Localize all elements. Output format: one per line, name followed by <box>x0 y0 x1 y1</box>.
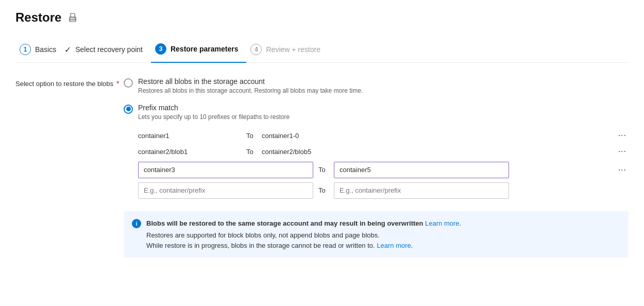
info-box: i Blobs will be restored to the same sto… <box>124 211 629 258</box>
prefix-static-row-1: container1 To container1-0 ··· <box>138 130 629 142</box>
radio-option-prefix-match[interactable]: Prefix match Lets you specify up to 10 p… <box>124 104 629 122</box>
row2-menu[interactable]: ··· <box>616 147 629 156</box>
step1-circle: 1 <box>20 44 31 55</box>
step-basics[interactable]: 1 Basics <box>15 38 64 62</box>
step3-label: Restore parameters <box>171 45 239 53</box>
radio-option-all-blobs[interactable]: Restore all blobs in the storage account… <box>124 77 629 95</box>
prefix-static-row-2: container2/blob1 To container2/blob5 ··· <box>138 146 629 158</box>
step-select-recovery[interactable]: Select recovery point <box>71 39 151 61</box>
info-line1-before: Blobs will be restored to the same stora… <box>146 219 423 227</box>
prefix-to-input-3[interactable] <box>334 162 509 178</box>
prefix-from-input-4[interactable] <box>138 182 313 199</box>
required-star: * <box>114 79 119 88</box>
field-label: Select option to restore the blobs <box>15 80 113 88</box>
step-restore-params[interactable]: 3 Restore parameters <box>151 37 247 63</box>
radio-prefix-match[interactable] <box>124 105 133 114</box>
info-line2: Restores are supported for block blobs o… <box>146 230 461 241</box>
prefix-table: container1 To container1-0 ··· container… <box>138 130 629 199</box>
step-review-restore[interactable]: 4 Review + restore <box>246 38 328 62</box>
radio-all-blobs-text: Restore all blobs in the storage account… <box>138 77 363 95</box>
info-icon: i <box>132 219 141 228</box>
row1-menu[interactable]: ··· <box>616 131 629 140</box>
page-title: Restore <box>15 10 61 25</box>
step2-label: Select recovery point <box>75 45 143 54</box>
prefix-to-2: container2/blob5 <box>262 148 311 156</box>
page-header: Restore <box>15 10 629 25</box>
step3-circle: 3 <box>155 43 166 55</box>
info-learn-more-1[interactable]: Learn more <box>425 219 459 227</box>
prefix-input-row-3: To ··· <box>138 162 629 178</box>
wizard-steps: 1 Basics ✓ Select recovery point 3 Resto… <box>15 37 629 63</box>
content-area: Select option to restore the blobs * Res… <box>15 77 629 258</box>
row3-menu[interactable]: ··· <box>616 165 629 175</box>
print-icon[interactable] <box>67 12 78 23</box>
info-line3-after: . <box>411 242 413 249</box>
info-line1-after: . <box>460 219 462 227</box>
step4-label: Review + restore <box>266 45 320 54</box>
prefix-match-desc: Lets you specify up to 10 prefixes or fi… <box>138 113 290 122</box>
prefix-from-2: container2/blob1 <box>138 146 241 158</box>
all-blobs-desc: Restores all blobs in this storage accou… <box>138 87 363 95</box>
step4-circle: 4 <box>250 44 262 55</box>
to-label-4: To <box>318 186 329 194</box>
step1-label: Basics <box>35 45 56 54</box>
prefix-to-input-4[interactable] <box>334 182 509 199</box>
prefix-from-input-3[interactable] <box>138 162 313 178</box>
all-blobs-title: Restore all blobs in the storage account <box>138 77 363 86</box>
radio-prefix-match-text: Prefix match Lets you specify up to 10 p… <box>138 104 290 122</box>
svg-point-2 <box>75 18 76 19</box>
prefix-input-row-4: To <box>138 182 629 199</box>
to-label-1: To <box>246 132 257 140</box>
step-check-icon: ✓ <box>64 45 71 55</box>
info-text: Blobs will be restored to the same stora… <box>146 218 461 251</box>
prefix-from-1: container1 <box>138 130 241 142</box>
info-line3: While restore is in progress, blobs in t… <box>146 241 461 251</box>
prefix-match-title: Prefix match <box>138 104 290 112</box>
options-col: Restore all blobs in the storage account… <box>124 77 629 258</box>
info-line3-before: While restore is in progress, blobs in t… <box>146 242 375 249</box>
to-label-2: To <box>246 148 257 156</box>
to-label-3: To <box>318 166 329 174</box>
field-label-col: Select option to restore the blobs * <box>15 77 124 258</box>
page-container: Restore 1 Basics ✓ Select recovery point… <box>0 0 644 306</box>
info-learn-more-2[interactable]: Learn more <box>377 242 411 249</box>
radio-all-blobs[interactable] <box>124 78 133 88</box>
info-line1: Blobs will be restored to the same stora… <box>146 218 461 229</box>
prefix-to-1: container1-0 <box>262 132 299 140</box>
